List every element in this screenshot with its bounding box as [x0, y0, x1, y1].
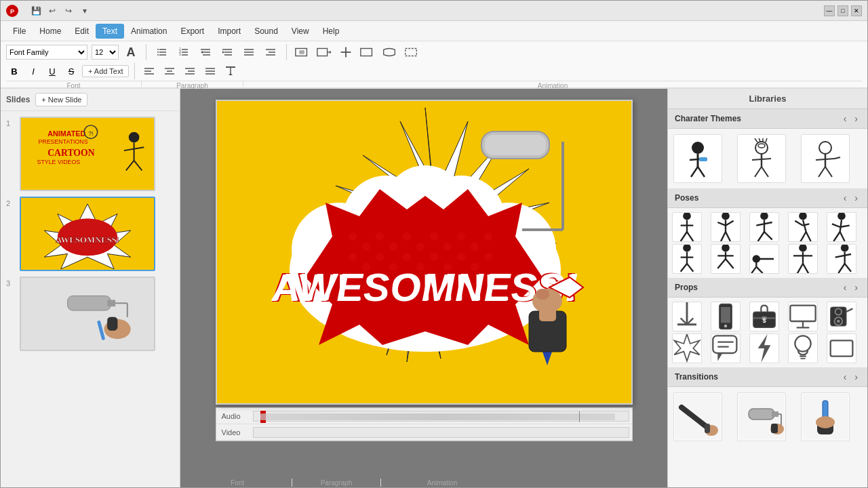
add-text-btn[interactable]: + Add Text: [82, 65, 129, 77]
anim-icon-2[interactable]: [315, 44, 333, 60]
slide-thumb-2[interactable]: AWESOMNESS!: [20, 197, 155, 271]
prop-lightning[interactable]: [749, 333, 779, 363]
pose-6[interactable]: [672, 244, 702, 274]
anim-icon-4[interactable]: [359, 44, 376, 60]
undo-btn[interactable]: ↩: [45, 5, 59, 17]
slide-item-1[interactable]: 1 ANIMATED PRESENTATIONS ?! CARTOON STYL…: [6, 117, 174, 191]
anim-icon-6[interactable]: [402, 44, 420, 60]
menu-export[interactable]: Export: [174, 24, 211, 39]
pose-4[interactable]: [788, 212, 818, 242]
pose-9[interactable]: [788, 244, 818, 274]
character-themes-next[interactable]: ›: [852, 113, 861, 124]
menu-import[interactable]: Import: [211, 24, 248, 39]
pose-7[interactable]: [711, 244, 741, 274]
close-button[interactable]: ✕: [851, 5, 862, 16]
prop-rect[interactable]: [827, 333, 856, 363]
quick-access-dropdown[interactable]: ▾: [78, 5, 92, 17]
menu-file[interactable]: File: [6, 24, 33, 39]
pose-10[interactable]: [827, 244, 856, 274]
props-next[interactable]: ›: [852, 282, 861, 293]
increase-indent-btn[interactable]: [218, 44, 236, 60]
increase-list-indent-btn[interactable]: [262, 44, 279, 60]
align-right-btn[interactable]: [181, 63, 199, 79]
poses-prev[interactable]: ‹: [841, 192, 850, 203]
transitions-prev[interactable]: ‹: [841, 371, 850, 382]
vertical-align-top-btn[interactable]: [222, 63, 239, 79]
prop-chat[interactable]: [711, 333, 741, 363]
props-prev[interactable]: ‹: [841, 282, 850, 293]
align-justify-btn[interactable]: [201, 63, 219, 79]
pose-2[interactable]: [711, 212, 741, 242]
character-theme-1[interactable]: [673, 134, 722, 183]
svg-rect-243: [705, 424, 710, 433]
svg-line-185: [840, 232, 845, 241]
prop-speaker[interactable]: [827, 302, 856, 331]
slide-item-3[interactable]: 3: [6, 277, 174, 351]
right-panel: Libraries Charater Themes ‹ ›: [667, 89, 867, 487]
decrease-list-indent-btn[interactable]: [240, 44, 258, 60]
menu-animation[interactable]: Animation: [124, 24, 174, 39]
prop-briefcase[interactable]: $: [749, 302, 779, 331]
svg-line-166: [726, 221, 734, 226]
save-btn[interactable]: 💾: [29, 5, 43, 17]
slide-item-2[interactable]: 2 AWESOMNESS!: [6, 197, 174, 271]
ordered-list-btn[interactable]: 123: [175, 44, 193, 60]
maximize-button[interactable]: □: [837, 5, 848, 16]
menu-sound[interactable]: Sound: [248, 24, 285, 39]
slide-thumb-1[interactable]: ANIMATED PRESENTATIONS ?! CARTOON STYLE …: [20, 117, 155, 191]
svg-line-179: [806, 232, 811, 241]
transition-2[interactable]: [737, 392, 786, 441]
prop-bulb[interactable]: [788, 333, 818, 363]
strikethrough-btn[interactable]: S: [63, 64, 79, 79]
transition-1[interactable]: [673, 392, 722, 441]
character-themes-prev[interactable]: ‹: [841, 113, 850, 124]
svg-rect-222: [790, 306, 815, 321]
slide-thumb-3[interactable]: [20, 277, 155, 351]
pose-5[interactable]: [827, 212, 856, 242]
prop-explosion[interactable]: [672, 333, 702, 363]
transitions-title: Transitions: [675, 372, 718, 382]
paragraph-section-label: Paragraph: [292, 479, 380, 487]
pose-8[interactable]: [749, 244, 779, 274]
menu-help[interactable]: Help: [316, 24, 347, 39]
new-slide-btn[interactable]: + New Slide: [35, 93, 87, 106]
italic-btn[interactable]: I: [25, 64, 41, 79]
svg-rect-128: [485, 135, 546, 155]
font-family-select[interactable]: Font Family: [6, 45, 87, 60]
font-size-select[interactable]: 12 14 16 24 36: [92, 45, 119, 60]
video-track[interactable]: [253, 427, 629, 438]
anim-icon-5[interactable]: [380, 44, 398, 60]
svg-line-161: [681, 232, 687, 241]
prop-stand[interactable]: [672, 302, 702, 331]
menu-edit[interactable]: Edit: [68, 24, 96, 39]
redo-btn[interactable]: ↪: [62, 5, 75, 17]
bold-btn[interactable]: B: [6, 64, 22, 79]
decrease-indent-btn[interactable]: [197, 44, 214, 60]
menu-text[interactable]: Text: [96, 24, 124, 39]
svg-text:?!: ?!: [88, 130, 93, 137]
anim-icon-1[interactable]: [294, 44, 311, 60]
minimize-button[interactable]: —: [824, 5, 835, 16]
anim-add-btn[interactable]: [337, 44, 355, 60]
pose-1[interactable]: [672, 212, 702, 242]
menu-view[interactable]: View: [285, 24, 316, 39]
unordered-list-btn[interactable]: [153, 44, 171, 60]
poses-next[interactable]: ›: [852, 192, 861, 203]
slide-canvas[interactable]: AWESOMNESS! AWESOMNESS!: [216, 100, 633, 405]
prop-screen[interactable]: [788, 302, 818, 331]
character-theme-3[interactable]: [801, 134, 850, 183]
transition-3[interactable]: [801, 392, 850, 441]
character-theme-2[interactable]: [737, 134, 786, 183]
align-left-btn[interactable]: [140, 63, 158, 79]
audio-track[interactable]: [253, 411, 629, 422]
transitions-next[interactable]: ›: [852, 371, 861, 382]
menu-home[interactable]: Home: [33, 24, 68, 39]
prop-phone[interactable]: [711, 302, 741, 331]
pose-3[interactable]: [749, 212, 779, 242]
underline-btn[interactable]: U: [44, 64, 60, 79]
align-center-btn[interactable]: [161, 63, 178, 79]
svg-line-151: [766, 138, 767, 142]
svg-point-217: [724, 325, 728, 328]
svg-point-97: [457, 232, 465, 241]
font-size-large-btn[interactable]: A: [123, 45, 139, 60]
